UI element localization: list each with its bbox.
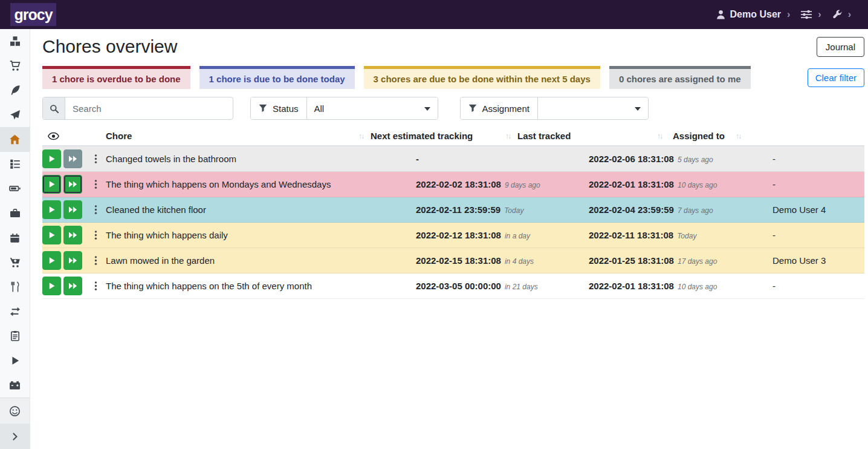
funnel-icon [259, 104, 267, 113]
chore-row: Cleaned the kitchen floor 2022-02-11 23:… [42, 197, 864, 223]
sidebar-item-calendar[interactable] [0, 226, 30, 251]
next-tracking-cell: 2022-02-02 18:31:089 days ago [416, 179, 589, 189]
row-menu-button[interactable] [90, 252, 101, 269]
app-logo[interactable]: grocy [10, 3, 56, 26]
sort-icon: ↑↓ [736, 132, 740, 140]
kebab-icon [94, 179, 97, 189]
sort-icon: ↑↓ [358, 132, 363, 140]
sidebar-item-consume[interactable] [0, 275, 30, 300]
track-execution-button[interactable] [42, 149, 61, 168]
last-tracked-cell: 2022-02-06 18:31:085 days ago [589, 154, 772, 164]
fast-forward-icon [68, 155, 77, 163]
skip-execution-button[interactable] [63, 251, 82, 270]
next-tracking-cell: 2022-02-12 18:31:08in a day [416, 230, 589, 240]
track-execution-button[interactable] [42, 226, 61, 244]
sidebar-item-shopping-list[interactable] [0, 54, 30, 79]
chore-row: Changed towels in the bathroom - 2022-02… [42, 146, 864, 172]
assignment-label-text: Assignment [482, 103, 530, 114]
sidebar-item-purchase[interactable] [0, 250, 30, 275]
user-menu[interactable]: Demo User › [713, 7, 794, 22]
play-icon [48, 155, 56, 163]
track-execution-button[interactable] [42, 251, 61, 270]
sidebar-item-smiley[interactable] [0, 398, 30, 424]
admin-menu[interactable]: › [829, 7, 855, 22]
chore-row: Lawn mowed in the garden 2022-02-15 18:3… [42, 248, 864, 274]
column-header-chore[interactable]: Chore ↑↓ [105, 131, 369, 141]
row-menu-button[interactable] [90, 227, 101, 244]
chore-name: Changed towels in the bathroom [105, 154, 416, 164]
sidebar-item-chores-overview[interactable] [0, 127, 30, 152]
column-header-last-tracked[interactable]: Last tracked ↑↓ [516, 131, 668, 141]
last-tracked-cell: 2022-02-11 18:31:08Today [589, 230, 772, 240]
page-title: Chores overview [42, 36, 177, 57]
skip-execution-button[interactable] [63, 277, 82, 295]
assigned-to-cell: - [772, 154, 864, 164]
utensils-icon [10, 281, 21, 292]
status-label-text: Status [273, 103, 299, 114]
next-tracking-cell: 2022-03-05 00:00:00in 21 days [416, 281, 589, 291]
row-menu-button[interactable] [90, 151, 101, 168]
funnel-icon [468, 104, 477, 113]
search-group [42, 97, 233, 120]
next-tracking-cell: 2022-02-11 23:59:59Today [416, 205, 589, 215]
chore-name: Cleaned the kitchen floor [105, 205, 416, 215]
shopping-cart-icon [10, 61, 21, 71]
paper-plane-icon [10, 110, 21, 120]
search-icon [43, 97, 65, 119]
assignment-filter-label: Assignment [461, 97, 538, 119]
sidebar [0, 29, 30, 449]
sidebar-expand-toggle[interactable] [0, 424, 30, 449]
skip-execution-button[interactable] [63, 226, 82, 244]
play-icon [48, 282, 56, 290]
skip-execution-button[interactable] [63, 200, 82, 219]
track-execution-button[interactable] [42, 277, 61, 295]
row-menu-button[interactable] [90, 176, 101, 193]
column-header-next-tracking[interactable]: Next estimated tracking ↑↓ [369, 131, 516, 141]
chore-row: The thing which happens on Mondays and W… [42, 172, 864, 197]
chevron-right-icon: › [848, 9, 851, 20]
smiley-icon [9, 405, 21, 417]
row-menu-button[interactable] [90, 278, 101, 295]
assigned-to-cell: Demo User 4 [772, 205, 864, 215]
play-icon [48, 206, 56, 214]
eye-icon[interactable] [42, 132, 105, 140]
settings-menu[interactable]: › [797, 7, 824, 22]
sidebar-item-meal-plan[interactable] [0, 103, 30, 128]
search-input[interactable] [65, 97, 233, 119]
column-header-assigned-to[interactable]: Assigned to ↑↓ [668, 131, 747, 141]
banner-due-today: 1 chore is due to be done today [199, 66, 355, 89]
sidebar-bottom-section [0, 398, 30, 449]
assigned-to-cell: - [772, 281, 864, 291]
assignment-select[interactable] [538, 97, 648, 119]
skip-execution-button[interactable] [63, 175, 82, 194]
sidebar-item-tasks[interactable] [0, 152, 30, 177]
skip-execution-button[interactable] [63, 149, 82, 168]
row-actions [42, 251, 105, 270]
fast-forward-icon [68, 231, 77, 239]
last-tracked-cell: 2022-02-01 18:31:0810 days ago [589, 281, 772, 291]
sidebar-item-stock-overview[interactable] [0, 29, 30, 54]
journal-button[interactable]: Journal [817, 37, 864, 57]
status-select[interactable]: All [307, 97, 438, 119]
clear-filter-button[interactable]: Clear filter [808, 68, 864, 87]
sidebar-item-inventory[interactable] [0, 324, 30, 349]
sidebar-item-battery-tracking[interactable] [0, 373, 30, 398]
sidebar-item-chore-tracking[interactable] [0, 349, 30, 373]
chore-name: The thing which happens daily [105, 230, 416, 240]
banner-overdue: 1 chore is overdue to be done [42, 66, 190, 89]
row-menu-button[interactable] [90, 202, 101, 218]
sidebar-item-transfer[interactable] [0, 300, 30, 324]
user-icon [716, 10, 725, 19]
sidebar-item-batteries-overview[interactable] [0, 177, 30, 202]
last-tracked-cell: 2022-01-25 18:31:0817 days ago [589, 255, 772, 266]
assignment-filter-group: Assignment [460, 97, 649, 120]
play-icon [48, 257, 56, 264]
assigned-to-cell: - [772, 230, 864, 240]
app-logo-text: grocy [14, 6, 52, 24]
sidebar-item-equipment[interactable] [0, 201, 30, 226]
track-execution-button[interactable] [42, 200, 61, 219]
row-actions [42, 149, 105, 168]
sidebar-item-recipes[interactable] [0, 78, 30, 103]
track-execution-button[interactable] [42, 175, 61, 194]
filter-bar: Status All Assignment [42, 97, 864, 120]
